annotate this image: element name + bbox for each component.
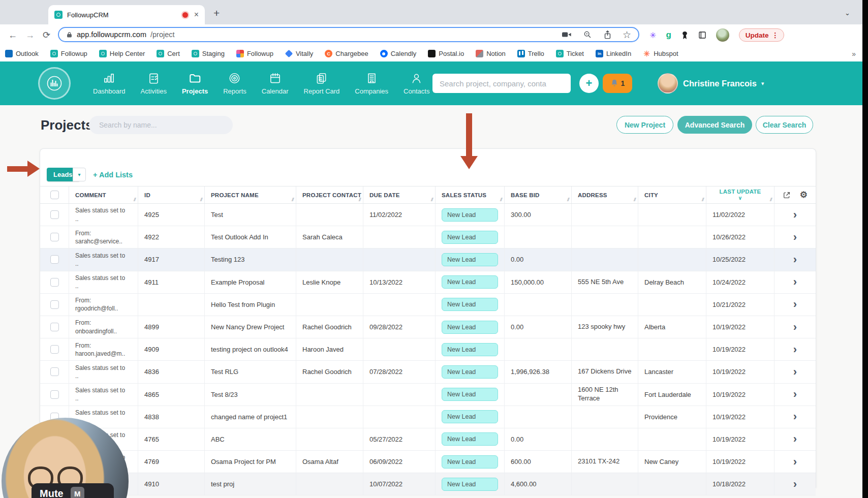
table-row[interactable]: From: haroon.javed@m..4909testing projec…	[40, 338, 816, 361]
bookmark-ticket[interactable]: Ticket	[556, 50, 584, 57]
sales-status-badge[interactable]: New Lead	[442, 298, 498, 311]
column-header-last-update[interactable]: LAST UPDATE∨//	[706, 186, 774, 203]
open-row-chevron-icon[interactable]: ›	[793, 254, 797, 265]
nav-item-contacts[interactable]: Contacts	[396, 61, 437, 105]
column-header-due-date[interactable]: DUE DATE//	[363, 186, 435, 203]
bookmark-linkedin[interactable]: inLinkedIn	[596, 50, 631, 57]
global-search-input[interactable]	[432, 74, 571, 93]
kebab-menu-icon[interactable]: ⋮	[772, 31, 779, 39]
grammarly-extension-icon[interactable]: g	[666, 30, 671, 40]
open-row-chevron-icon[interactable]: ›	[793, 479, 797, 490]
nav-item-activities[interactable]: Activities	[133, 61, 174, 105]
table-row[interactable]: Sales status set to ..4765ABC05/27/2022N…	[40, 428, 816, 451]
column-resize-icon[interactable]: //	[634, 197, 635, 202]
sales-status-badge[interactable]: New Lead	[442, 231, 498, 244]
open-row-chevron-icon[interactable]: ›	[793, 276, 797, 288]
row-checkbox[interactable]	[50, 233, 59, 241]
column-header-city[interactable]: CITY//	[638, 186, 706, 203]
open-row-chevron-icon[interactable]: ›	[793, 299, 797, 310]
sales-status-badge[interactable]: New Lead	[442, 388, 498, 401]
table-row[interactable]: Sales status set to ..4836Test RLGRachel…	[40, 361, 816, 383]
open-row-chevron-icon[interactable]: ›	[793, 389, 797, 400]
column-header-id[interactable]: ID//	[138, 186, 204, 203]
tab-camera-icon[interactable]	[562, 31, 571, 38]
sales-status-badge[interactable]: New Lead	[442, 253, 498, 266]
sales-status-badge[interactable]: New Lead	[442, 478, 498, 491]
column-header-sales-status[interactable]: SALES STATUS//	[435, 186, 504, 203]
open-row-chevron-icon[interactable]: ›	[793, 322, 797, 333]
column-header-project-name[interactable]: PROJECT NAME//	[204, 186, 296, 203]
open-row-chevron-icon[interactable]: ›	[793, 366, 797, 378]
nav-item-dashboard[interactable]: Dashboard	[85, 61, 133, 105]
list-selector-caret-icon[interactable]: ▾	[73, 168, 86, 181]
column-header-comment[interactable]: COMMENT//	[69, 186, 138, 203]
column-resize-icon[interactable]: //	[134, 197, 135, 202]
column-resize-icon[interactable]: //	[702, 197, 703, 202]
back-button[interactable]: ←	[8, 30, 17, 41]
bookmark-trello[interactable]: Trello	[517, 50, 544, 57]
bookmark-staging[interactable]: Staging	[192, 50, 225, 57]
export-icon[interactable]	[783, 191, 791, 199]
select-all-checkbox[interactable]	[50, 191, 59, 199]
clear-search-button[interactable]: Clear Search	[756, 116, 813, 134]
reload-button[interactable]: ⟳	[43, 29, 50, 41]
pin-extension-icon[interactable]	[681, 31, 689, 40]
table-row[interactable]: From: onboardingfoll..4899New Nancy Drew…	[40, 316, 816, 338]
column-resize-icon[interactable]: //	[567, 197, 569, 202]
bookmark-star-icon[interactable]: ☆	[623, 29, 631, 41]
extension-asterisk-icon[interactable]: ✳	[649, 30, 656, 40]
bookmark-vitally[interactable]: Vitally	[285, 50, 313, 57]
table-row[interactable]: Sales status set to ..4911Example Propos…	[40, 271, 816, 294]
bookmark-calendly[interactable]: Calendly	[380, 50, 417, 57]
sales-status-badge[interactable]: New Lead	[442, 208, 498, 222]
open-row-chevron-icon[interactable]: ›	[793, 344, 797, 355]
table-row[interactable]: Sales status set to ..4838changed name o…	[40, 406, 816, 428]
sales-status-badge[interactable]: New Lead	[442, 432, 498, 446]
mute-button[interactable]: Mute M	[32, 483, 114, 498]
column-header-base-bid[interactable]: BASE BID//	[504, 186, 571, 203]
bookmark-outlook[interactable]: Outlook	[5, 50, 39, 57]
browser-tab[interactable]: FollowupCRM ×	[48, 5, 205, 24]
user-menu[interactable]: Christine Francois ▾	[683, 61, 764, 105]
tab-close-icon[interactable]: ×	[194, 11, 199, 19]
nav-item-reports[interactable]: Reports	[215, 61, 254, 105]
row-checkbox[interactable]	[50, 255, 59, 264]
sales-status-badge[interactable]: New Lead	[442, 343, 498, 356]
address-bar[interactable]: app.followupcrm.com/project ☆	[58, 27, 639, 42]
open-row-chevron-icon[interactable]: ›	[793, 456, 797, 468]
app-logo[interactable]	[38, 67, 71, 100]
gear-icon[interactable]: ⚙	[800, 190, 808, 200]
nav-item-projects[interactable]: Projects	[174, 61, 215, 105]
bookmark-help-center[interactable]: Help Center	[99, 50, 145, 57]
row-checkbox[interactable]	[50, 323, 59, 331]
column-resize-icon[interactable]: //	[500, 197, 502, 202]
tab-search-chevron-icon[interactable]: ⌄	[845, 9, 850, 17]
column-resize-icon[interactable]: //	[292, 197, 293, 202]
open-row-chevron-icon[interactable]: ›	[793, 411, 797, 422]
new-project-button[interactable]: New Project	[616, 116, 673, 134]
row-checkbox[interactable]	[50, 367, 59, 376]
open-row-chevron-icon[interactable]: ›	[793, 209, 797, 221]
bookmark-hubspot[interactable]: ✳Hubspot	[643, 50, 678, 57]
quick-add-button[interactable]: +	[579, 74, 599, 93]
side-panel-icon[interactable]	[698, 31, 706, 39]
row-checkbox[interactable]	[50, 278, 59, 287]
notifications-button[interactable]: 1	[603, 74, 632, 93]
new-tab-button[interactable]: +	[213, 7, 220, 19]
share-icon[interactable]	[604, 30, 611, 39]
bookmark-cert[interactable]: Cert	[157, 50, 180, 57]
profile-avatar[interactable]	[716, 28, 729, 42]
sales-status-badge[interactable]: New Lead	[442, 275, 498, 289]
column-resize-icon[interactable]: //	[359, 197, 360, 202]
column-resize-icon[interactable]: //	[770, 198, 771, 202]
row-checkbox[interactable]	[50, 345, 59, 354]
column-resize-icon[interactable]: //	[200, 197, 202, 202]
table-row[interactable]: 4910test proj10/07/2022New Lead4,600.001…	[40, 473, 816, 495]
nav-item-report-card[interactable]: Report Card	[296, 61, 348, 105]
sales-status-badge[interactable]: New Lead	[442, 455, 498, 469]
row-checkbox[interactable]	[50, 210, 59, 219]
table-row[interactable]: Sales status set to ..4865Test 8/23New L…	[40, 384, 816, 406]
search-zoom-icon[interactable]	[583, 30, 592, 39]
table-row[interactable]: From: rgoodrich@foll..Hello Test from Pl…	[40, 294, 816, 316]
nav-item-calendar[interactable]: Calendar	[254, 61, 296, 105]
